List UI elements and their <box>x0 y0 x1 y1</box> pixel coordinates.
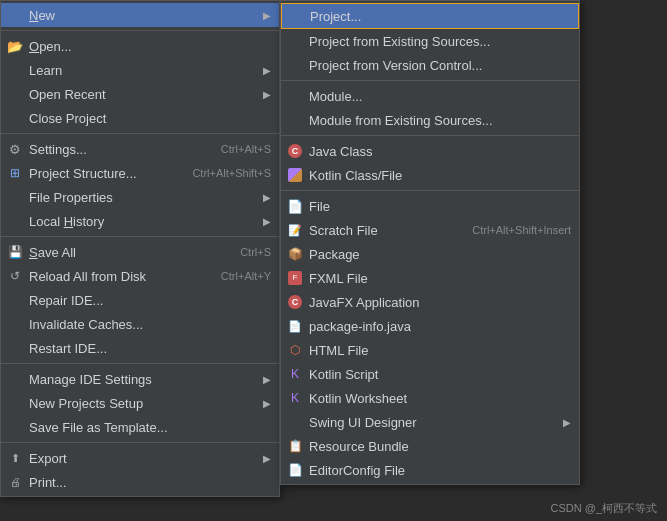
submenu-item-file[interactable]: 📄 File <box>281 194 579 218</box>
reload-icon: ↺ <box>7 268 23 284</box>
menu-item-reload[interactable]: ↺ Reload All from Disk Ctrl+Alt+Y <box>1 264 279 288</box>
manage-ide-settings-label: Manage IDE Settings <box>29 372 257 387</box>
menu-item-open-recent[interactable]: Open Recent ▶ <box>1 82 279 106</box>
submenu-item-kotlin-script[interactable]: K Kotlin Script <box>281 362 579 386</box>
menu-item-export[interactable]: ⬆ Export ▶ <box>1 446 279 470</box>
save-all-shortcut: Ctrl+S <box>240 246 271 258</box>
sub-menu: Project... Project from Existing Sources… <box>280 0 580 485</box>
submenu-item-module[interactable]: Module... <box>281 84 579 108</box>
kotlin-worksheet-icon: K <box>287 390 303 406</box>
resource-bundle-label: Resource Bundle <box>309 439 571 454</box>
print-icon: 🖨 <box>7 474 23 490</box>
submenu-item-module-from-existing[interactable]: Module from Existing Sources... <box>281 108 579 132</box>
submenu-item-swing-ui-designer[interactable]: Swing UI Designer ▶ <box>281 410 579 434</box>
learn-icon <box>7 62 23 78</box>
menu-item-new-projects-setup[interactable]: New Projects Setup ▶ <box>1 391 279 415</box>
restart-ide-icon <box>7 340 23 356</box>
fxml-file-icon: F <box>287 270 303 286</box>
menu-item-save-file-as-template[interactable]: Save File as Template... <box>1 415 279 439</box>
menu-container: New ▶ 📂 Open... Learn ▶ Open Recent ▶ Cl… <box>0 0 280 497</box>
package-info-label: package-info.java <box>309 319 571 334</box>
java-class-icon: C <box>287 143 303 159</box>
repair-ide-icon <box>7 292 23 308</box>
open-icon: 📂 <box>7 38 23 54</box>
file-properties-icon <box>7 189 23 205</box>
separator-2 <box>1 133 279 134</box>
submenu-item-javafx-application[interactable]: C JavaFX Application <box>281 290 579 314</box>
menu-item-close-project[interactable]: Close Project <box>1 106 279 130</box>
menu-item-open[interactable]: 📂 Open... <box>1 34 279 58</box>
module-from-existing-icon <box>287 112 303 128</box>
submenu-item-html-file[interactable]: ⬡ HTML File <box>281 338 579 362</box>
local-history-arrow: ▶ <box>263 216 271 227</box>
submenu-item-package[interactable]: 📦 Package <box>281 242 579 266</box>
submenu-item-editor-config-file[interactable]: 📄 EditorConfig File <box>281 458 579 482</box>
menu-item-invalidate-caches[interactable]: Invalidate Caches... <box>1 312 279 336</box>
submenu-item-scratch-file[interactable]: 📝 Scratch File Ctrl+Alt+Shift+Insert <box>281 218 579 242</box>
module-from-existing-label: Module from Existing Sources... <box>309 113 571 128</box>
submenu-item-project-from-existing[interactable]: Project from Existing Sources... <box>281 29 579 53</box>
kotlin-class-file-icon <box>287 167 303 183</box>
new-projects-setup-icon <box>7 395 23 411</box>
submenu-item-project[interactable]: Project... <box>281 3 579 29</box>
submenu-item-project-from-vcs[interactable]: Project from Version Control... <box>281 53 579 77</box>
menu-item-repair-ide[interactable]: Repair IDE... <box>1 288 279 312</box>
submenu-item-fxml-file[interactable]: F FXML File <box>281 266 579 290</box>
submenu-item-java-class[interactable]: C Java Class <box>281 139 579 163</box>
javafx-application-icon: C <box>287 294 303 310</box>
separator-4 <box>1 363 279 364</box>
sub-separator-3 <box>281 190 579 191</box>
submenu-item-kotlin-class-file[interactable]: Kotlin Class/File <box>281 163 579 187</box>
main-menu: New ▶ 📂 Open... Learn ▶ Open Recent ▶ Cl… <box>0 0 280 497</box>
print-label: Print... <box>29 475 271 490</box>
separator-1 <box>1 30 279 31</box>
close-project-label: Close Project <box>29 111 271 126</box>
local-history-label: Local History <box>29 214 257 229</box>
menu-item-local-history[interactable]: Local History ▶ <box>1 209 279 233</box>
module-icon <box>287 88 303 104</box>
kotlin-script-label: Kotlin Script <box>309 367 571 382</box>
settings-shortcut: Ctrl+Alt+S <box>221 143 271 155</box>
scratch-file-label: Scratch File <box>309 223 446 238</box>
manage-ide-settings-icon <box>7 371 23 387</box>
project-from-existing-label: Project from Existing Sources... <box>309 34 571 49</box>
module-label: Module... <box>309 89 571 104</box>
settings-label: Settings... <box>29 142 195 157</box>
swing-ui-designer-label: Swing UI Designer <box>309 415 557 430</box>
watermark: CSDN @_柯西不等式 <box>550 501 657 516</box>
submenu-item-kotlin-worksheet[interactable]: K Kotlin Worksheet <box>281 386 579 410</box>
scratch-file-shortcut: Ctrl+Alt+Shift+Insert <box>472 224 571 236</box>
menu-item-learn[interactable]: Learn ▶ <box>1 58 279 82</box>
save-all-icon: 💾 <box>7 244 23 260</box>
submenu-item-resource-bundle[interactable]: 📋 Resource Bundle <box>281 434 579 458</box>
kotlin-class-file-label: Kotlin Class/File <box>309 168 571 183</box>
menu-item-save-all[interactable]: 💾 Save All Ctrl+S <box>1 240 279 264</box>
learn-arrow: ▶ <box>263 65 271 76</box>
project-label: Project... <box>310 9 570 24</box>
sub-separator-1 <box>281 80 579 81</box>
open-recent-label: Open Recent <box>29 87 257 102</box>
sub-separator-2 <box>281 135 579 136</box>
html-file-label: HTML File <box>309 343 571 358</box>
menu-item-settings[interactable]: ⚙ Settings... Ctrl+Alt+S <box>1 137 279 161</box>
menu-item-print[interactable]: 🖨 Print... <box>1 470 279 494</box>
menu-item-restart-ide[interactable]: Restart IDE... <box>1 336 279 360</box>
kotlin-script-icon: K <box>287 366 303 382</box>
menu-item-file-properties[interactable]: File Properties ▶ <box>1 185 279 209</box>
fxml-file-label: FXML File <box>309 271 571 286</box>
menu-item-project-structure[interactable]: ⊞ Project Structure... Ctrl+Alt+Shift+S <box>1 161 279 185</box>
project-structure-icon: ⊞ <box>7 165 23 181</box>
separator-5 <box>1 442 279 443</box>
scratch-file-icon: 📝 <box>287 222 303 238</box>
new-projects-setup-arrow: ▶ <box>263 398 271 409</box>
open-label: Open... <box>29 39 271 54</box>
menu-item-manage-ide-settings[interactable]: Manage IDE Settings ▶ <box>1 367 279 391</box>
new-arrow: ▶ <box>263 10 271 21</box>
swing-ui-designer-icon <box>287 414 303 430</box>
project-structure-label: Project Structure... <box>29 166 166 181</box>
package-label: Package <box>309 247 571 262</box>
export-icon: ⬆ <box>7 450 23 466</box>
save-all-label: Save All <box>29 245 214 260</box>
menu-item-new[interactable]: New ▶ <box>1 3 279 27</box>
submenu-item-package-info[interactable]: 📄 package-info.java <box>281 314 579 338</box>
